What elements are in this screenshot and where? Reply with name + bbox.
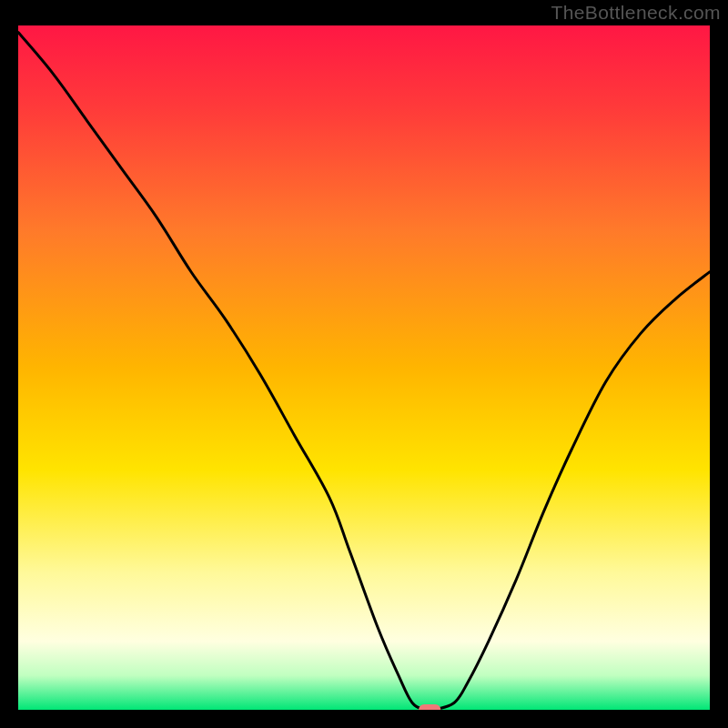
plot-area: [18, 25, 710, 710]
watermark-text: TheBottleneck.com: [551, 2, 721, 24]
chart-svg: [18, 25, 710, 710]
chart-background: [18, 25, 710, 710]
curve-minimum-marker: [419, 704, 440, 710]
plot-frame: [18, 25, 710, 710]
chart-root: TheBottleneck.com: [0, 0, 728, 728]
